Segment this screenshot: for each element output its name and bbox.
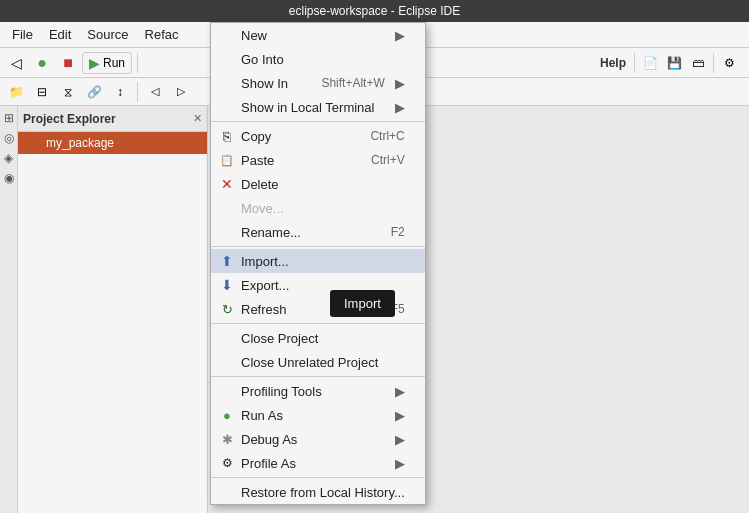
ctx-paste[interactable]: 📋 Paste Ctrl+V [211,148,425,172]
ctx-import[interactable]: ⬆ Import... [211,249,425,273]
ctx-new[interactable]: New ▶ [211,23,425,47]
ctx-show-in-shortcut: Shift+Alt+W [301,76,384,90]
ctx-rename[interactable]: Rename... F2 [211,220,425,244]
ctx-close-project-icon [219,330,235,346]
context-menu-primary: New ▶ Go Into Show In Shift+Alt+W ▶ Show… [210,22,426,505]
ctx-show-terminal-icon [219,99,235,115]
ctx-show-terminal-arrow: ▶ [395,100,405,115]
ctx-run-as[interactable]: ● Run As ▶ [211,403,425,427]
ctx-paste-icon: 📋 [219,152,235,168]
ctx-delete-label: Delete [241,177,279,192]
ctx-new-label: New [241,28,267,43]
ctx-run-as-icon: ● [219,407,235,423]
ctx-refresh[interactable]: ↻ Refresh F5 [211,297,425,321]
ctx-run-as-arrow: ▶ [395,408,405,423]
ctx-debug-as-arrow: ▶ [395,432,405,447]
ctx-copy-icon [219,128,235,144]
ctx-import-icon: ⬆ [219,253,235,269]
ctx-profiling-label: Profiling Tools [241,384,322,399]
ctx-show-in-label: Show In [241,76,288,91]
ctx-close-project-label: Close Project [241,331,318,346]
ctx-paste-label: Paste [241,153,274,168]
ctx-go-into[interactable]: Go Into [211,47,425,71]
ctx-debug-as-label: Debug As [241,432,297,447]
ctx-profiling[interactable]: Profiling Tools ▶ [211,379,425,403]
ctx-go-into-icon [219,51,235,67]
ctx-copy[interactable]: Copy Ctrl+C [211,124,425,148]
ctx-close-unrelated-label: Close Unrelated Project [241,355,378,370]
ctx-copy-shortcut: Ctrl+C [350,129,404,143]
ctx-profile-as[interactable]: ⚙ Profile As ▶ [211,451,425,475]
ctx-new-arrow: ▶ [395,28,405,43]
ctx-rename-shortcut: F2 [371,225,405,239]
ctx-sep-5 [211,477,425,478]
ctx-refresh-label: Refresh [241,302,287,317]
ctx-show-in-icon [219,75,235,91]
ctx-run-as-label: Run As [241,408,283,423]
ctx-debug-as-icon: ✱ [219,431,235,447]
ctx-copy-label: Copy [241,129,271,144]
ctx-profiling-arrow: ▶ [395,384,405,399]
ctx-sep-3 [211,323,425,324]
ctx-close-unrelated-icon [219,354,235,370]
ctx-move: Move... [211,196,425,220]
ctx-show-terminal[interactable]: Show in Local Terminal ▶ [211,95,425,119]
ctx-export[interactable]: ⬇ Export... [211,273,425,297]
ctx-show-in[interactable]: Show In Shift+Alt+W ▶ [211,71,425,95]
ctx-rename-label: Rename... [241,225,301,240]
ctx-go-into-label: Go Into [241,52,284,67]
ctx-restore-icon [219,484,235,500]
ctx-import-label: Import... [241,254,289,269]
ctx-export-icon: ⬇ [219,277,235,293]
ctx-show-terminal-label: Show in Local Terminal [241,100,374,115]
ctx-restore-label: Restore from Local History... [241,485,405,500]
ctx-delete[interactable]: ✕ Delete [211,172,425,196]
ctx-move-icon [219,200,235,216]
ctx-profile-as-icon: ⚙ [219,455,235,471]
ctx-profiling-icon [219,383,235,399]
ctx-move-label: Move... [241,201,284,216]
context-menu-overlay: New ▶ Go Into Show In Shift+Alt+W ▶ Show… [0,0,749,513]
ctx-delete-icon: ✕ [219,176,235,192]
ctx-profile-as-label: Profile As [241,456,296,471]
ctx-restore-history[interactable]: Restore from Local History... [211,480,425,504]
ctx-refresh-icon: ↻ [219,301,235,317]
ctx-refresh-shortcut: F5 [371,302,405,316]
ctx-export-label: Export... [241,278,289,293]
ctx-sep-4 [211,376,425,377]
ctx-close-unrelated[interactable]: Close Unrelated Project [211,350,425,374]
ctx-sep-1 [211,121,425,122]
ctx-profile-as-arrow: ▶ [395,456,405,471]
ctx-new-icon [219,27,235,43]
ctx-debug-as[interactable]: ✱ Debug As ▶ [211,427,425,451]
ctx-show-in-arrow: ▶ [395,76,405,91]
ctx-sep-2 [211,246,425,247]
ctx-close-project[interactable]: Close Project [211,326,425,350]
ctx-rename-icon [219,224,235,240]
ctx-paste-shortcut: Ctrl+V [351,153,405,167]
